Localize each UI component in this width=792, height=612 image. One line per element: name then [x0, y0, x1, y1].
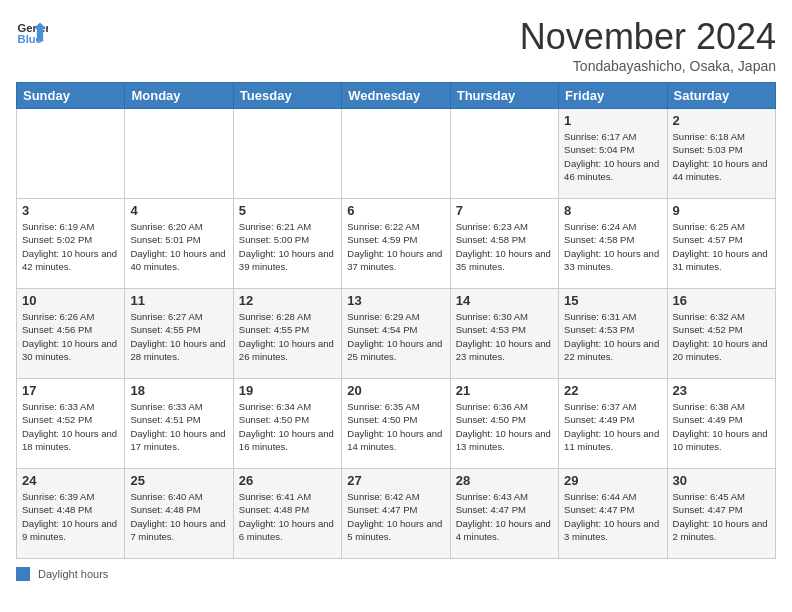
day-info: Sunrise: 6:37 AM Sunset: 4:49 PM Dayligh…	[564, 400, 661, 453]
calendar-cell: 24Sunrise: 6:39 AM Sunset: 4:48 PM Dayli…	[17, 469, 125, 559]
day-number: 23	[673, 383, 770, 398]
day-number: 3	[22, 203, 119, 218]
calendar-cell: 6Sunrise: 6:22 AM Sunset: 4:59 PM Daylig…	[342, 199, 450, 289]
calendar-cell: 14Sunrise: 6:30 AM Sunset: 4:53 PM Dayli…	[450, 289, 558, 379]
calendar-cell: 13Sunrise: 6:29 AM Sunset: 4:54 PM Dayli…	[342, 289, 450, 379]
day-info: Sunrise: 6:24 AM Sunset: 4:58 PM Dayligh…	[564, 220, 661, 273]
calendar-cell	[450, 109, 558, 199]
calendar-cell: 12Sunrise: 6:28 AM Sunset: 4:55 PM Dayli…	[233, 289, 341, 379]
weekday-header-sunday: Sunday	[17, 83, 125, 109]
day-info: Sunrise: 6:17 AM Sunset: 5:04 PM Dayligh…	[564, 130, 661, 183]
calendar-cell: 2Sunrise: 6:18 AM Sunset: 5:03 PM Daylig…	[667, 109, 775, 199]
day-info: Sunrise: 6:22 AM Sunset: 4:59 PM Dayligh…	[347, 220, 444, 273]
day-number: 5	[239, 203, 336, 218]
legend-label: Daylight hours	[38, 568, 108, 580]
calendar-week-row: 24Sunrise: 6:39 AM Sunset: 4:48 PM Dayli…	[17, 469, 776, 559]
day-info: Sunrise: 6:38 AM Sunset: 4:49 PM Dayligh…	[673, 400, 770, 453]
day-number: 17	[22, 383, 119, 398]
day-info: Sunrise: 6:33 AM Sunset: 4:52 PM Dayligh…	[22, 400, 119, 453]
day-number: 22	[564, 383, 661, 398]
day-info: Sunrise: 6:23 AM Sunset: 4:58 PM Dayligh…	[456, 220, 553, 273]
day-number: 15	[564, 293, 661, 308]
day-info: Sunrise: 6:29 AM Sunset: 4:54 PM Dayligh…	[347, 310, 444, 363]
legend-color-box	[16, 567, 30, 581]
calendar-cell: 8Sunrise: 6:24 AM Sunset: 4:58 PM Daylig…	[559, 199, 667, 289]
calendar-cell: 4Sunrise: 6:20 AM Sunset: 5:01 PM Daylig…	[125, 199, 233, 289]
calendar-week-row: 17Sunrise: 6:33 AM Sunset: 4:52 PM Dayli…	[17, 379, 776, 469]
day-number: 25	[130, 473, 227, 488]
weekday-header-saturday: Saturday	[667, 83, 775, 109]
calendar-cell: 11Sunrise: 6:27 AM Sunset: 4:55 PM Dayli…	[125, 289, 233, 379]
day-info: Sunrise: 6:34 AM Sunset: 4:50 PM Dayligh…	[239, 400, 336, 453]
day-number: 4	[130, 203, 227, 218]
day-number: 6	[347, 203, 444, 218]
calendar-week-row: 3Sunrise: 6:19 AM Sunset: 5:02 PM Daylig…	[17, 199, 776, 289]
day-info: Sunrise: 6:40 AM Sunset: 4:48 PM Dayligh…	[130, 490, 227, 543]
page-header: General Blue November 2024 Tondabayashic…	[16, 16, 776, 74]
calendar-cell: 18Sunrise: 6:33 AM Sunset: 4:51 PM Dayli…	[125, 379, 233, 469]
calendar-cell: 29Sunrise: 6:44 AM Sunset: 4:47 PM Dayli…	[559, 469, 667, 559]
day-info: Sunrise: 6:35 AM Sunset: 4:50 PM Dayligh…	[347, 400, 444, 453]
calendar-cell: 7Sunrise: 6:23 AM Sunset: 4:58 PM Daylig…	[450, 199, 558, 289]
day-info: Sunrise: 6:18 AM Sunset: 5:03 PM Dayligh…	[673, 130, 770, 183]
day-number: 30	[673, 473, 770, 488]
day-number: 28	[456, 473, 553, 488]
calendar-cell: 19Sunrise: 6:34 AM Sunset: 4:50 PM Dayli…	[233, 379, 341, 469]
day-info: Sunrise: 6:21 AM Sunset: 5:00 PM Dayligh…	[239, 220, 336, 273]
weekday-header-tuesday: Tuesday	[233, 83, 341, 109]
day-number: 9	[673, 203, 770, 218]
calendar-cell	[342, 109, 450, 199]
title-block: November 2024 Tondabayashicho, Osaka, Ja…	[520, 16, 776, 74]
calendar-cell: 26Sunrise: 6:41 AM Sunset: 4:48 PM Dayli…	[233, 469, 341, 559]
calendar-cell: 30Sunrise: 6:45 AM Sunset: 4:47 PM Dayli…	[667, 469, 775, 559]
calendar-cell: 22Sunrise: 6:37 AM Sunset: 4:49 PM Dayli…	[559, 379, 667, 469]
day-number: 18	[130, 383, 227, 398]
calendar-cell: 16Sunrise: 6:32 AM Sunset: 4:52 PM Dayli…	[667, 289, 775, 379]
calendar-cell: 27Sunrise: 6:42 AM Sunset: 4:47 PM Dayli…	[342, 469, 450, 559]
calendar-cell: 5Sunrise: 6:21 AM Sunset: 5:00 PM Daylig…	[233, 199, 341, 289]
day-info: Sunrise: 6:26 AM Sunset: 4:56 PM Dayligh…	[22, 310, 119, 363]
day-info: Sunrise: 6:28 AM Sunset: 4:55 PM Dayligh…	[239, 310, 336, 363]
day-number: 7	[456, 203, 553, 218]
day-info: Sunrise: 6:42 AM Sunset: 4:47 PM Dayligh…	[347, 490, 444, 543]
calendar-table: SundayMondayTuesdayWednesdayThursdayFrid…	[16, 82, 776, 559]
weekday-header-thursday: Thursday	[450, 83, 558, 109]
day-info: Sunrise: 6:19 AM Sunset: 5:02 PM Dayligh…	[22, 220, 119, 273]
calendar-cell: 9Sunrise: 6:25 AM Sunset: 4:57 PM Daylig…	[667, 199, 775, 289]
calendar-cell: 23Sunrise: 6:38 AM Sunset: 4:49 PM Dayli…	[667, 379, 775, 469]
day-number: 1	[564, 113, 661, 128]
day-number: 16	[673, 293, 770, 308]
day-info: Sunrise: 6:27 AM Sunset: 4:55 PM Dayligh…	[130, 310, 227, 363]
day-info: Sunrise: 6:32 AM Sunset: 4:52 PM Dayligh…	[673, 310, 770, 363]
day-info: Sunrise: 6:43 AM Sunset: 4:47 PM Dayligh…	[456, 490, 553, 543]
calendar-week-row: 1Sunrise: 6:17 AM Sunset: 5:04 PM Daylig…	[17, 109, 776, 199]
day-info: Sunrise: 6:31 AM Sunset: 4:53 PM Dayligh…	[564, 310, 661, 363]
day-info: Sunrise: 6:20 AM Sunset: 5:01 PM Dayligh…	[130, 220, 227, 273]
calendar-cell: 17Sunrise: 6:33 AM Sunset: 4:52 PM Dayli…	[17, 379, 125, 469]
day-info: Sunrise: 6:45 AM Sunset: 4:47 PM Dayligh…	[673, 490, 770, 543]
day-number: 14	[456, 293, 553, 308]
calendar-cell: 15Sunrise: 6:31 AM Sunset: 4:53 PM Dayli…	[559, 289, 667, 379]
day-number: 21	[456, 383, 553, 398]
day-number: 29	[564, 473, 661, 488]
day-number: 19	[239, 383, 336, 398]
day-info: Sunrise: 6:41 AM Sunset: 4:48 PM Dayligh…	[239, 490, 336, 543]
calendar-cell: 25Sunrise: 6:40 AM Sunset: 4:48 PM Dayli…	[125, 469, 233, 559]
legend: Daylight hours	[16, 567, 776, 581]
day-number: 24	[22, 473, 119, 488]
calendar-cell: 28Sunrise: 6:43 AM Sunset: 4:47 PM Dayli…	[450, 469, 558, 559]
day-number: 27	[347, 473, 444, 488]
day-number: 20	[347, 383, 444, 398]
calendar-cell	[125, 109, 233, 199]
day-number: 2	[673, 113, 770, 128]
day-info: Sunrise: 6:30 AM Sunset: 4:53 PM Dayligh…	[456, 310, 553, 363]
day-info: Sunrise: 6:44 AM Sunset: 4:47 PM Dayligh…	[564, 490, 661, 543]
day-number: 8	[564, 203, 661, 218]
day-number: 26	[239, 473, 336, 488]
logo-icon: General Blue	[16, 16, 48, 48]
calendar-cell: 1Sunrise: 6:17 AM Sunset: 5:04 PM Daylig…	[559, 109, 667, 199]
weekday-header-wednesday: Wednesday	[342, 83, 450, 109]
day-info: Sunrise: 6:39 AM Sunset: 4:48 PM Dayligh…	[22, 490, 119, 543]
location-subtitle: Tondabayashicho, Osaka, Japan	[520, 58, 776, 74]
weekday-header-friday: Friday	[559, 83, 667, 109]
